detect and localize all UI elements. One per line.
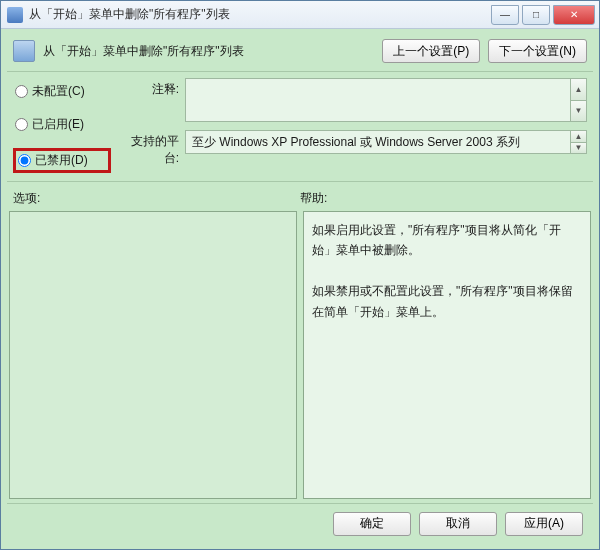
config-row: 未配置(C) 已启用(E) 已禁用(D) 注释: ▲ ▼	[7, 76, 593, 175]
comment-spin: ▲ ▼	[570, 79, 586, 121]
apply-button[interactable]: 应用(A)	[505, 512, 583, 536]
radio-disabled[interactable]: 已禁用(D)	[13, 148, 111, 173]
platform-box: 至少 Windows XP Professional 或 Windows Ser…	[185, 130, 587, 154]
help-p2: 如果禁用或不配置此设置，"所有程序"项目将保留在简单「开始」菜单上。	[312, 281, 582, 322]
policy-icon	[13, 40, 35, 62]
comment-row: 注释: ▲ ▼	[121, 78, 587, 122]
panes: 如果启用此设置，"所有程序"项目将从简化「开始」菜单中被删除。 如果禁用或不配置…	[7, 211, 593, 499]
state-radios: 未配置(C) 已启用(E) 已禁用(D)	[13, 78, 111, 173]
options-pane	[9, 211, 297, 499]
radio-disabled-label: 已禁用(D)	[35, 152, 88, 169]
help-pane: 如果启用此设置，"所有程序"项目将从简化「开始」菜单中被删除。 如果禁用或不配置…	[303, 211, 591, 499]
radio-not-configured[interactable]: 未配置(C)	[13, 82, 111, 101]
platform-spin-down[interactable]: ▼	[571, 143, 586, 154]
platform-value: 至少 Windows XP Professional 或 Windows Ser…	[192, 134, 520, 151]
platform-spin: ▲ ▼	[570, 131, 586, 153]
window-title: 从「开始」菜单中删除"所有程序"列表	[29, 6, 488, 23]
platform-row: 支持的平台: 至少 Windows XP Professional 或 Wind…	[121, 130, 587, 167]
radio-enabled-input[interactable]	[15, 118, 28, 131]
fields: 注释: ▲ ▼ 支持的平台: 至少 Windows XP Professiona…	[121, 78, 587, 173]
window-buttons: — □ ✕	[488, 5, 595, 25]
options-label: 选项:	[13, 190, 300, 207]
separator	[7, 181, 593, 182]
prev-setting-button[interactable]: 上一个设置(P)	[382, 39, 480, 63]
maximize-button[interactable]: □	[522, 5, 550, 25]
minimize-button[interactable]: —	[491, 5, 519, 25]
client-area: 从「开始」菜单中删除"所有程序"列表 上一个设置(P) 下一个设置(N) 未配置…	[1, 29, 599, 549]
platform-label: 支持的平台:	[121, 130, 179, 167]
radio-disabled-input[interactable]	[18, 154, 31, 167]
titlebar[interactable]: 从「开始」菜单中删除"所有程序"列表 — □ ✕	[1, 1, 599, 29]
radio-not-configured-label: 未配置(C)	[32, 83, 85, 100]
app-icon	[7, 7, 23, 23]
header-row: 从「开始」菜单中删除"所有程序"列表 上一个设置(P) 下一个设置(N)	[7, 35, 593, 72]
radio-enabled[interactable]: 已启用(E)	[13, 115, 111, 134]
platform-spin-up[interactable]: ▲	[571, 131, 586, 143]
ok-button[interactable]: 确定	[333, 512, 411, 536]
radio-not-configured-input[interactable]	[15, 85, 28, 98]
comment-label: 注释:	[121, 78, 179, 98]
comment-box[interactable]: ▲ ▼	[185, 78, 587, 122]
footer: 确定 取消 应用(A)	[7, 503, 593, 543]
dialog-window: 从「开始」菜单中删除"所有程序"列表 — □ ✕ 从「开始」菜单中删除"所有程序…	[0, 0, 600, 550]
close-button[interactable]: ✕	[553, 5, 595, 25]
cancel-button[interactable]: 取消	[419, 512, 497, 536]
help-label: 帮助:	[300, 190, 327, 207]
radio-enabled-label: 已启用(E)	[32, 116, 84, 133]
help-p1: 如果启用此设置，"所有程序"项目将从简化「开始」菜单中被删除。	[312, 220, 582, 261]
next-setting-button[interactable]: 下一个设置(N)	[488, 39, 587, 63]
section-labels: 选项: 帮助:	[7, 188, 593, 207]
comment-spin-down[interactable]: ▼	[571, 101, 586, 122]
policy-title: 从「开始」菜单中删除"所有程序"列表	[43, 43, 374, 60]
comment-spin-up[interactable]: ▲	[571, 79, 586, 101]
